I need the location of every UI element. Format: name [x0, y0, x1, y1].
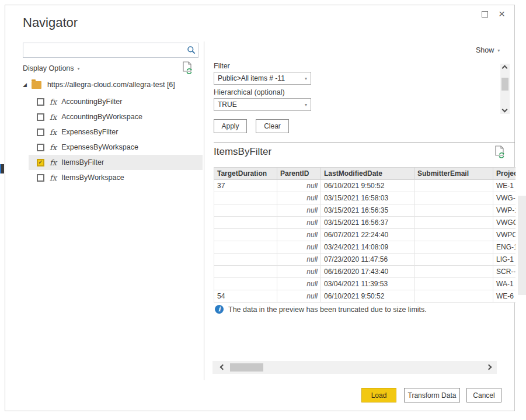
checkbox[interactable] [37, 113, 44, 121]
table-cell [414, 229, 493, 241]
table-cell: null [277, 192, 321, 204]
expand-collapse-icon[interactable]: ◢ [23, 82, 27, 88]
maximize-icon[interactable] [482, 11, 488, 18]
table-row: 54null06/10/2021 9:50:52WE-6 [214, 290, 516, 303]
table-cell: 06/10/2021 9:50:52 [321, 180, 414, 192]
search-input[interactable] [23, 43, 185, 57]
table-cell [414, 254, 493, 266]
table-cell: null [277, 241, 321, 254]
table-row: null03/15/2021 16:58:03VWG-1 [214, 192, 516, 204]
column-header[interactable]: SubmitterEmail [414, 168, 493, 180]
tree-item-label: ItemsByFilter [61, 158, 104, 166]
tree-item[interactable]: fxAccountingByWorkspace [29, 109, 203, 124]
section-divider [214, 143, 515, 143]
table-cell: VWPC-1 [493, 229, 516, 241]
checkbox[interactable]: ✓ [37, 159, 44, 166]
table-cell: 06/10/2021 9:50:52 [321, 290, 414, 303]
table-cell: null [277, 217, 321, 229]
function-icon: fx [50, 143, 57, 152]
checkbox[interactable] [37, 174, 44, 182]
table-cell: 03/15/2021 16:56:35 [321, 204, 414, 217]
close-icon[interactable]: × [499, 10, 505, 18]
table-cell: 07/23/2020 11:47:56 [321, 254, 414, 266]
vertical-scrollbar[interactable] [500, 64, 510, 114]
function-icon: fx [50, 113, 57, 122]
scroll-down-icon[interactable] [502, 107, 508, 113]
column-header[interactable]: LastModifiedDate [321, 168, 414, 180]
hierarchical-select[interactable]: TRUE ▾ [214, 98, 311, 111]
chevron-down-icon: ▾ [497, 48, 500, 53]
table-cell [214, 192, 277, 204]
search-box[interactable] [23, 43, 198, 58]
pane-divider [204, 41, 204, 380]
table-cell: null [277, 254, 321, 266]
table-cell: null [277, 204, 321, 217]
column-header[interactable]: TargetDuration [214, 168, 277, 180]
tree-item[interactable]: fxExpensesByWorkspace [29, 140, 203, 155]
tree-item[interactable]: ✓fxItemsByFilter [29, 155, 203, 170]
table-row: null03/15/2021 16:56:35VWP-1 [214, 204, 516, 217]
table-cell: VWG-1 [493, 192, 516, 204]
filter-select-value: Public>All items # -11 [218, 74, 285, 82]
table-cell [414, 266, 493, 278]
table-row: null03/24/2021 14:08:09ENG-1 [214, 241, 516, 254]
tree-item-label: AccountingByFilter [61, 98, 122, 106]
vertical-scrollbar-thumb[interactable] [501, 78, 508, 91]
function-icon: fx [50, 173, 57, 182]
refresh-table-icon[interactable] [494, 145, 506, 158]
scroll-up-icon[interactable] [502, 65, 508, 71]
show-label: Show [476, 46, 494, 54]
table-cell: WE-1 [493, 180, 516, 192]
tree-root-node[interactable]: ◢ https://allegra-cloud.com/allegra-test… [23, 81, 175, 89]
table-row: null07/23/2020 11:47:56LIG-1 [214, 254, 516, 266]
checkbox[interactable] [37, 144, 44, 151]
tree-item-label: ExpensesByFilter [61, 128, 118, 136]
horizontal-scrollbar[interactable] [213, 361, 497, 374]
refresh-preview-icon[interactable] [182, 61, 193, 74]
tree-item[interactable]: fxAccountingByFilter [29, 94, 203, 109]
table-cell: 03/15/2021 16:56:37 [321, 217, 414, 229]
table-cell: VWGC-1 [493, 217, 516, 229]
hierarchical-select-value: TRUE [218, 100, 237, 109]
table-cell [414, 290, 493, 303]
table-cell [214, 278, 277, 290]
window-controls: × [482, 10, 505, 18]
transform-data-button[interactable]: Transform Data [404, 388, 460, 402]
tree-item[interactable]: fxExpensesByFilter [29, 124, 203, 140]
preview-table: TargetDurationParentIDLastModifiedDateSu… [214, 167, 515, 303]
preview-table-container: TargetDurationParentIDLastModifiedDateSu… [214, 167, 515, 303]
column-header[interactable]: ProjectSpe [493, 168, 516, 180]
navigator-dialog: × Navigator Display Options ▾ ◢ https://… [5, 5, 515, 411]
tree-item[interactable]: fxItemsByWorkspace [29, 170, 203, 185]
horizontal-scrollbar-thumb[interactable] [230, 363, 263, 372]
show-dropdown[interactable]: Show ▾ [476, 46, 500, 54]
load-button[interactable]: Load [361, 388, 396, 402]
table-cell: VWP-1 [493, 204, 516, 217]
table-cell: 06/07/2021 22:24:40 [321, 229, 414, 241]
scroll-right-icon[interactable] [486, 365, 492, 370]
column-header[interactable]: ParentID [277, 168, 321, 180]
checkbox[interactable] [37, 98, 44, 106]
cancel-button[interactable]: Cancel [466, 388, 501, 402]
table-cell: LIG-1 [493, 254, 516, 266]
checkbox[interactable] [37, 129, 44, 136]
table-cell: WA-1 [493, 278, 516, 290]
table-cell [414, 204, 493, 217]
function-icon: fx [50, 128, 57, 137]
table-cell [414, 241, 493, 254]
function-icon: fx [50, 158, 57, 167]
table-cell [214, 266, 277, 278]
scroll-left-icon[interactable] [220, 365, 226, 370]
background-window-artifact [0, 164, 4, 173]
chevron-down-icon: ▾ [305, 102, 307, 107]
table-cell: ENG-1 [493, 241, 516, 254]
apply-button[interactable]: Apply [214, 119, 247, 133]
clear-button[interactable]: Clear [256, 119, 289, 133]
table-cell [414, 217, 493, 229]
filter-select[interactable]: Public>All items # -11 ▾ [214, 72, 311, 85]
filter-label: Filter [214, 62, 230, 70]
display-options-dropdown[interactable]: Display Options ▾ [23, 64, 80, 72]
search-icon[interactable] [185, 46, 198, 55]
table-cell [414, 278, 493, 290]
hierarchical-label: Hierarchical (optional) [214, 88, 285, 96]
